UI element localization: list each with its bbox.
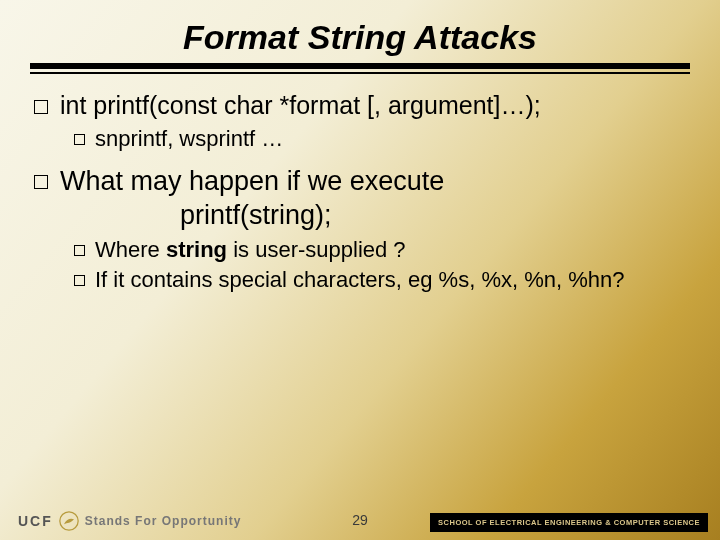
bullet-2a-post: is user-supplied ?	[227, 237, 406, 262]
bullet-2-line1: What may happen if we execute	[60, 166, 444, 196]
slide: Format String Attacks int printf(const c…	[0, 0, 720, 540]
page-number: 29	[352, 512, 368, 528]
bullet-1-text: int printf(const char *format [, argumen…	[60, 90, 686, 121]
bullet-2a-bold: string	[166, 237, 227, 262]
bullet-2a-pre: Where	[95, 237, 166, 262]
ucf-logo-block: UCF Stands For Opportunity	[0, 511, 241, 531]
ucf-wordmark: UCF	[18, 513, 53, 529]
square-bullet-icon	[74, 134, 85, 145]
slide-body: int printf(const char *format [, argumen…	[0, 74, 720, 293]
bullet-1a: snprintf, wsprintf …	[74, 125, 686, 153]
bullet-1: int printf(const char *format [, argumen…	[34, 90, 686, 121]
bullet-2-text: What may happen if we execute printf(str…	[60, 165, 686, 233]
bullet-2b-text: If it contains special characters, eg %s…	[95, 266, 686, 294]
square-bullet-icon	[74, 275, 85, 286]
bullet-1a-text: snprintf, wsprintf …	[95, 125, 686, 153]
bullet-2b: If it contains special characters, eg %s…	[74, 266, 686, 294]
square-bullet-icon	[34, 175, 48, 189]
bullet-2: What may happen if we execute printf(str…	[34, 165, 686, 233]
school-badge: SCHOOL OF ELECTRICAL ENGINEERING & COMPU…	[430, 513, 708, 532]
pegasus-icon	[59, 511, 79, 531]
footer: UCF Stands For Opportunity 29 SCHOOL OF …	[0, 502, 720, 540]
bullet-2-line2: printf(string);	[60, 200, 332, 230]
slide-title: Format String Attacks	[0, 0, 720, 63]
square-bullet-icon	[74, 245, 85, 256]
square-bullet-icon	[34, 100, 48, 114]
title-rule-thick	[30, 63, 690, 69]
bullet-2a: Where string is user-supplied ?	[74, 236, 686, 264]
ucf-tagline: Stands For Opportunity	[85, 514, 242, 528]
bullet-2a-text: Where string is user-supplied ?	[95, 236, 686, 264]
